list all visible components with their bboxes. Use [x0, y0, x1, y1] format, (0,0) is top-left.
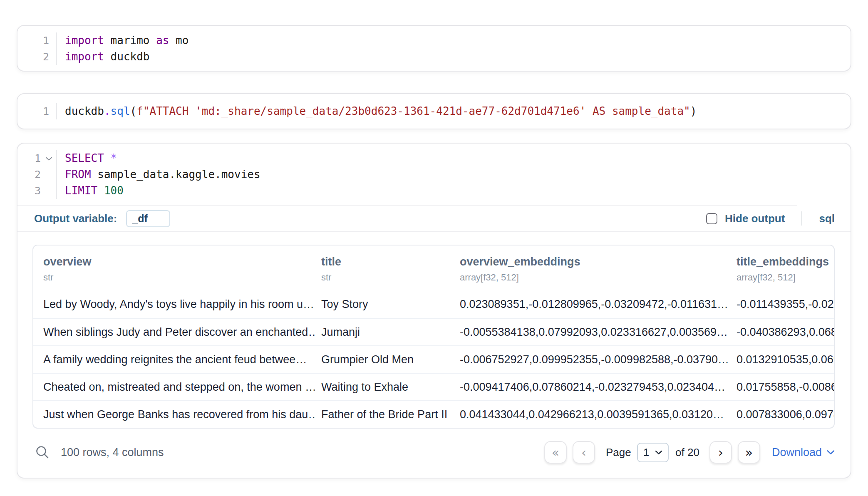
code-editor[interactable]: 1duckdb.sql(f"ATTACH 'md:_share/sample_d…	[17, 94, 851, 129]
table-cell: 0.007833006,0.097801	[730, 408, 834, 421]
column-type: str	[321, 272, 453, 283]
table-row[interactable]: Just when George Banks has recovered fro…	[33, 400, 834, 428]
code-text: LIMIT 100	[56, 183, 851, 199]
table-footer: 100 rows, 4 columns « ‹ Page 1 of 20 › »…	[17, 429, 851, 478]
divider	[801, 211, 802, 226]
output-variable-label: Output variable:	[34, 212, 117, 225]
line-number: 3	[17, 183, 56, 199]
code-editor[interactable]: 1SELECT *2FROM sample_data.kaggle.movies…	[17, 144, 851, 205]
output-divider	[17, 231, 851, 232]
table-cell: Just when George Banks has recovered fro…	[33, 408, 315, 421]
line-number: 1	[17, 103, 56, 119]
table-row[interactable]: Cheated on, mistreated and stepped on, t…	[33, 373, 834, 400]
table-cell: 0.041433044,0.042966213,0.0039591365,0.0…	[453, 408, 730, 421]
table-cell: When siblings Judy and Peter discover an…	[33, 326, 315, 339]
sql-cell-card: 1SELECT *2FROM sample_data.kaggle.movies…	[17, 143, 851, 479]
last-page-button[interactable]: »	[738, 441, 760, 464]
table-cell: -0.009417406,0.07860214,-0.023279453,0.0…	[453, 381, 730, 394]
table-row[interactable]: Led by Woody, Andy's toys live happily i…	[33, 290, 834, 318]
column-type: array[f32, 512]	[737, 272, 834, 283]
table-column-header[interactable]: overviewstr	[33, 255, 315, 283]
code-cell-attach: 1duckdb.sql(f"ATTACH 'md:_share/sample_d…	[17, 93, 851, 129]
column-type: str	[43, 272, 315, 283]
table-cell: Toy Story	[315, 298, 453, 311]
line-number: 2	[17, 49, 56, 65]
table-cell: Led by Woody, Andy's toys live happily i…	[33, 298, 315, 311]
line-number: 2	[17, 166, 56, 183]
code-cell-imports: 1import marimo as mo2import duckdb	[17, 25, 851, 72]
row-count-summary: 100 rows, 4 columns	[61, 446, 164, 459]
next-page-button[interactable]: ›	[709, 441, 732, 464]
column-name: title	[321, 255, 453, 268]
code-line: 3LIMIT 100	[17, 183, 851, 199]
download-label: Download	[772, 446, 822, 459]
table-cell: 0.023089351,-0.012809965,-0.03209472,-0.…	[453, 298, 730, 311]
column-name: title_embeddings	[737, 255, 834, 268]
table-cell: 0.01755858,-0.0086286	[730, 381, 834, 394]
line-number: 1	[17, 32, 56, 49]
table-cell: 0.0132910535,0.06958	[730, 353, 834, 366]
column-name: overview_embeddings	[460, 255, 730, 268]
search-icon[interactable]	[35, 445, 50, 460]
code-line: 1duckdb.sql(f"ATTACH 'md:_share/sample_d…	[17, 103, 851, 119]
table-row[interactable]: A family wedding reignites the ancient f…	[33, 345, 834, 373]
table-cell: -0.011439355,-0.02752	[730, 298, 834, 311]
table-body: Led by Woody, Andy's toys live happily i…	[33, 290, 834, 428]
column-type: array[f32, 512]	[460, 272, 730, 283]
code-text: SELECT *	[56, 150, 851, 166]
prev-page-button[interactable]: ‹	[573, 441, 595, 464]
code-text: import marimo as mo	[56, 32, 851, 49]
output-variable-input[interactable]	[126, 210, 170, 227]
code-text: duckdb.sql(f"ATTACH 'md:_share/sample_da…	[56, 103, 851, 119]
chevron-down-icon	[827, 450, 835, 455]
code-text: import duckdb	[56, 49, 851, 65]
table-cell: Jumanji	[315, 326, 453, 339]
code-line: 1import marimo as mo	[17, 32, 851, 49]
table-column-header[interactable]: titlestr	[315, 255, 453, 283]
table-header-row: overviewstrtitlestroverview_embeddingsar…	[33, 246, 834, 290]
table-row[interactable]: When siblings Judy and Peter discover an…	[33, 318, 834, 345]
results-table: overviewstrtitlestroverview_embeddingsar…	[32, 245, 835, 429]
page-number-select[interactable]: 1	[637, 443, 669, 462]
first-page-button[interactable]: «	[544, 441, 567, 464]
column-name: overview	[43, 255, 315, 268]
language-toggle-sql[interactable]: sql	[819, 212, 835, 225]
table-cell: Cheated on, mistreated and stepped on, t…	[33, 381, 315, 394]
code-line: 1SELECT *	[17, 150, 851, 166]
table-cell: -0.0055384138,0.07992093,0.023316627,0.0…	[453, 326, 730, 339]
table-cell: Grumpier Old Men	[315, 353, 453, 366]
code-editor[interactable]: 1import marimo as mo2import duckdb	[17, 26, 851, 71]
table-cell: -0.006752927,0.099952355,-0.009982588,-0…	[453, 353, 730, 366]
page-label: Page	[606, 446, 631, 459]
line-number: 1	[17, 150, 56, 166]
table-column-header[interactable]: title_embeddingsarray[f32, 512]	[730, 255, 834, 283]
code-text: FROM sample_data.kaggle.movies	[56, 166, 851, 183]
download-button[interactable]: Download	[772, 446, 835, 459]
table-cell: A family wedding reignites the ancient f…	[33, 353, 315, 366]
table-cell: Father of the Bride Part II	[315, 408, 453, 421]
code-line: 2import duckdb	[17, 49, 851, 65]
fold-chevron-icon[interactable]	[45, 157, 52, 161]
hide-output-checkbox[interactable]	[706, 213, 717, 224]
page-number-value: 1	[643, 446, 649, 459]
chevron-down-icon	[655, 450, 662, 455]
table-cell: Waiting to Exhale	[315, 381, 453, 394]
page-total-label: of 20	[675, 446, 699, 459]
code-line: 2FROM sample_data.kaggle.movies	[17, 166, 851, 183]
output-variable-bar: Output variable: Hide output sql	[17, 206, 851, 231]
hide-output-label: Hide output	[725, 212, 785, 225]
table-cell: -0.040386293,0.06845	[730, 326, 834, 339]
table-column-header[interactable]: overview_embeddingsarray[f32, 512]	[453, 255, 730, 283]
